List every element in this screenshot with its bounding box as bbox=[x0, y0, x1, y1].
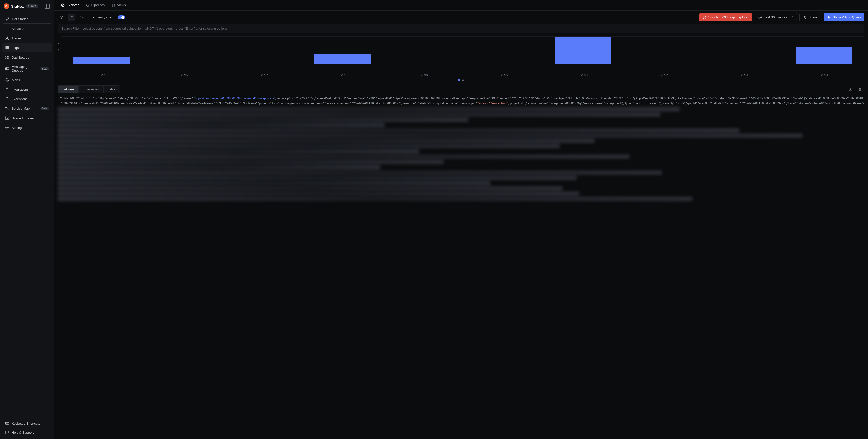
logo-icon bbox=[3, 3, 9, 9]
nav-messaging-queues[interactable]: Messaging QueuesBeta bbox=[2, 62, 52, 75]
view-tabs: List view Time series Table bbox=[58, 86, 120, 94]
download-button[interactable] bbox=[847, 86, 855, 93]
drafting-icon bbox=[5, 36, 9, 40]
svg-rect-25 bbox=[5, 423, 8, 425]
svg-marker-39 bbox=[704, 16, 705, 18]
bell-icon bbox=[5, 78, 9, 82]
chart-bar[interactable] bbox=[314, 54, 371, 64]
clock-icon bbox=[758, 15, 762, 19]
code-button[interactable] bbox=[78, 13, 85, 21]
svg-rect-36 bbox=[70, 16, 71, 17]
send-icon bbox=[803, 15, 807, 19]
chevron-down-icon bbox=[858, 27, 861, 30]
share-button[interactable]: Share bbox=[799, 13, 821, 21]
log-location-highlight: "location":"us-central1" bbox=[478, 102, 508, 105]
nav-service-map[interactable]: Service MapBeta bbox=[2, 104, 52, 113]
blurred-logs bbox=[58, 107, 865, 201]
chevron-down-icon bbox=[790, 15, 793, 19]
svg-rect-18 bbox=[5, 68, 8, 70]
nav-label: Settings bbox=[11, 126, 23, 130]
chart-bar[interactable] bbox=[73, 57, 130, 64]
plug-icon bbox=[5, 88, 9, 92]
nav: Get Started Services Traces Logs Dashboa… bbox=[0, 12, 54, 417]
filter-button[interactable] bbox=[58, 13, 65, 21]
svg-rect-14 bbox=[5, 56, 7, 57]
nav-label: Messaging Queues bbox=[11, 65, 38, 72]
svg-point-38 bbox=[703, 16, 706, 19]
nav-settings[interactable]: Settings bbox=[2, 123, 52, 132]
git-branch-icon bbox=[86, 3, 89, 7]
view-tab-table[interactable]: Table bbox=[103, 86, 120, 93]
brand-name: SigNoz bbox=[11, 4, 24, 8]
cloud-badge: CLOUD bbox=[26, 4, 39, 8]
sidebar: SigNoz CLOUD Get Started Services Traces… bbox=[0, 0, 54, 439]
time-range-button[interactable]: Last 30 minutes bbox=[755, 13, 797, 21]
nav-label: Alerts bbox=[11, 78, 20, 82]
chart-y-axis: 86420 bbox=[58, 37, 61, 64]
nav-help-support[interactable]: Help & Support bbox=[2, 428, 52, 437]
nav-label: Integrations bbox=[11, 88, 29, 92]
nav-label: Usage Explorer bbox=[11, 116, 34, 120]
logs-icon bbox=[5, 46, 9, 50]
chart-plot bbox=[61, 37, 865, 64]
chart-legend: A bbox=[58, 76, 865, 83]
nav-label: Traces bbox=[11, 36, 21, 40]
nav-footer: Keyboard Shortcuts Help & Support bbox=[0, 417, 54, 439]
log-row[interactable]: 2024-09-08 22:24:31.407 | {"httpRequest"… bbox=[58, 96, 865, 106]
tab-views[interactable]: Views bbox=[108, 0, 129, 10]
chart-bar[interactable] bbox=[796, 47, 852, 64]
nav-usage-explorer[interactable]: Usage Explorer bbox=[2, 113, 52, 123]
nav-exceptions[interactable]: Exceptions bbox=[2, 94, 52, 103]
nav-label: Get Started bbox=[12, 17, 28, 21]
svg-point-21 bbox=[5, 107, 6, 108]
view-tab-timeseries[interactable]: Time series bbox=[79, 86, 103, 93]
nav-logs[interactable]: Logs bbox=[2, 43, 52, 52]
play-icon bbox=[827, 15, 831, 19]
columns-button[interactable] bbox=[857, 86, 865, 93]
nav-dashboards[interactable]: Dashboards bbox=[2, 53, 52, 62]
bar-chart-icon bbox=[5, 27, 9, 31]
nav-keyboard-shortcuts[interactable]: Keyboard Shortcuts bbox=[2, 419, 52, 428]
top-tabs: Explorer Pipelines Views bbox=[54, 0, 868, 10]
view-tab-list[interactable]: List view bbox=[58, 86, 79, 93]
sidebar-collapse-button[interactable] bbox=[44, 3, 50, 9]
run-query-button[interactable]: Stage & Run Query bbox=[824, 13, 865, 21]
switch-old-logs-button[interactable]: Switch to Old Logs Explorer bbox=[699, 13, 752, 21]
tab-pipelines[interactable]: Pipelines bbox=[82, 0, 108, 10]
frequency-chart: 86420 22:1522:1622:1722:1822:1922:2022:2… bbox=[54, 37, 868, 86]
nav-label: Dashboards bbox=[11, 56, 29, 59]
beta-badge: Beta bbox=[40, 67, 49, 70]
tab-label: Explorer bbox=[67, 3, 79, 7]
logs-list[interactable]: 2024-09-08 22:24:31.407 | {"httpRequest"… bbox=[54, 96, 868, 439]
keyboard-icon bbox=[5, 421, 9, 426]
svg-rect-17 bbox=[5, 58, 7, 59]
svg-point-24 bbox=[6, 127, 7, 128]
nav-label: Service Map bbox=[11, 107, 30, 110]
tab-explorer[interactable]: Explorer bbox=[58, 0, 82, 10]
sidebar-header: SigNoz CLOUD bbox=[0, 0, 54, 12]
nav-services[interactable]: Services bbox=[2, 24, 52, 33]
gear-icon bbox=[5, 126, 9, 130]
search-placeholder: Search Filter : select options from sugg… bbox=[61, 27, 227, 30]
nav-traces[interactable]: Traces bbox=[2, 34, 52, 43]
toolbar: Frequency chart Switch to Old Logs Explo… bbox=[54, 10, 868, 24]
nav-alerts[interactable]: Alerts bbox=[2, 75, 52, 85]
beta-badge: Beta bbox=[40, 107, 49, 110]
view-controls: List view Time series Table bbox=[54, 86, 868, 96]
svg-marker-32 bbox=[62, 4, 64, 5]
nav-label: Services bbox=[11, 27, 24, 31]
chat-icon bbox=[5, 431, 9, 435]
chart-x-axis: 22:1522:1622:1722:1822:1922:2022:2122:22… bbox=[65, 72, 865, 76]
query-builder-button[interactable] bbox=[68, 13, 75, 21]
frequency-chart-label: Frequency chart bbox=[90, 15, 113, 19]
svg-rect-15 bbox=[7, 56, 8, 57]
frequency-chart-toggle[interactable] bbox=[118, 15, 125, 19]
svg-rect-2 bbox=[45, 4, 50, 8]
bookmark-icon bbox=[112, 3, 115, 7]
map-icon bbox=[5, 106, 9, 110]
nav-integrations[interactable]: Integrations bbox=[2, 85, 52, 94]
search-filter-input[interactable]: Search Filter : select options from sugg… bbox=[58, 24, 865, 33]
nav-get-started[interactable]: Get Started bbox=[2, 14, 52, 24]
chart-bar[interactable] bbox=[555, 37, 612, 64]
legend-dot bbox=[458, 79, 460, 81]
